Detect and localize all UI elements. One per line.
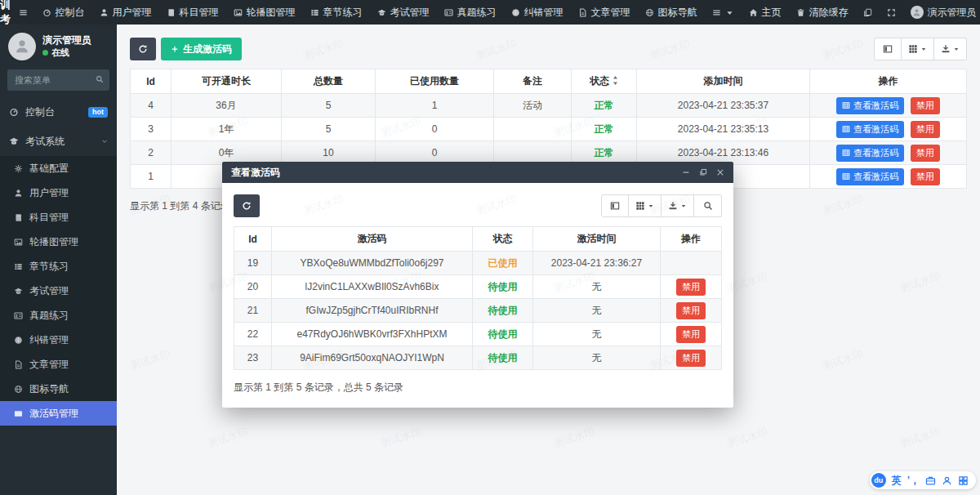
columns-button[interactable] [902, 38, 934, 60]
modal-header[interactable]: 查看激活码 [222, 162, 733, 183]
topnav-item-subjects[interactable]: 科目管理 [159, 0, 226, 25]
view-codes-button[interactable]: 查看激活码 [836, 97, 904, 114]
user-icon [100, 8, 109, 17]
modal-toggle-view-button[interactable] [601, 194, 629, 217]
modal-title: 查看激活码 [231, 166, 280, 180]
topnav-clear-cache[interactable]: 清除缓存 [789, 0, 856, 25]
col-header-total[interactable]: 总数量 [282, 69, 376, 94]
topnav-label: 纠错管理 [524, 6, 564, 20]
trash-icon [796, 8, 805, 17]
disable-button[interactable]: 禁用 [911, 168, 940, 185]
ime-punctuation-toggle[interactable]: ’， [907, 474, 920, 488]
disable-button[interactable]: 禁用 [911, 97, 940, 114]
ime-language-toggle[interactable]: 英 [892, 474, 902, 488]
activation-code: e47RdyOJ6hWBK0vrf3FXhHPtXM [272, 323, 473, 346]
topnav-item-users[interactable]: 用户管理 [92, 0, 159, 25]
ime-account-icon[interactable] [942, 475, 952, 486]
topnav-menu-dropdown[interactable] [705, 0, 742, 25]
col-header-status[interactable]: 状态 [572, 69, 637, 94]
topnav-item-icon-nav[interactable]: 图标导航 [638, 0, 705, 25]
disable-button[interactable]: 禁用 [911, 121, 940, 138]
close-icon[interactable] [716, 168, 724, 176]
col-header-id[interactable]: Id [131, 69, 172, 94]
sort-icon[interactable] [612, 76, 618, 85]
modal-columns-button[interactable] [629, 194, 662, 217]
hot-badge: hot [88, 107, 108, 118]
ime-toolbox-icon[interactable] [925, 475, 936, 486]
topnav-label: 用户管理 [113, 6, 152, 20]
col-header-id[interactable]: Id [234, 227, 272, 252]
topnav-user-menu[interactable]: 演示管理员 [903, 0, 980, 25]
topnav-fullscreen[interactable] [880, 0, 903, 25]
status-badge: 已使用 [488, 257, 518, 269]
modal-export-button[interactable] [662, 194, 694, 217]
topnav-refresh-tab[interactable] [856, 0, 880, 25]
topnav-item-corrections[interactable]: 纠错管理 [504, 0, 571, 25]
disable-button[interactable]: 禁用 [911, 145, 940, 162]
table-row: 21 fGIwJZp5gjhCrTf40uIRIbRNHf 待使用 无 禁用 [234, 299, 722, 323]
ime-menu-grid-icon[interactable] [958, 475, 969, 486]
maximize-icon[interactable] [699, 168, 707, 176]
sidebar-toggle-button[interactable] [11, 0, 35, 25]
refresh-button[interactable] [130, 38, 156, 60]
sidebar-item-exams[interactable]: 考试管理 [0, 279, 117, 303]
minimize-icon[interactable] [682, 168, 690, 176]
refresh-icon [242, 201, 252, 211]
topnav-label: 科目管理 [180, 6, 219, 20]
col-header-duration[interactable]: 可开通时长 [172, 69, 282, 94]
topnav-item-real-questions[interactable]: 真题练习 [437, 0, 504, 25]
sidebar-item-subjects[interactable]: 科目管理 [0, 205, 117, 230]
disable-button[interactable]: 禁用 [676, 326, 706, 343]
view-codes-button[interactable]: 查看激活码 [836, 168, 904, 185]
topnav-item-exams[interactable]: 考试管理 [370, 0, 437, 25]
generate-code-button[interactable]: 生成激活码 [161, 38, 242, 60]
caret-down-icon [648, 203, 654, 209]
export-icon [668, 201, 678, 211]
col-header-code[interactable]: 激活码 [272, 227, 473, 252]
topnav-home[interactable]: 主页 [742, 0, 789, 25]
sidebar-item-articles[interactable]: 文章管理 [0, 352, 117, 377]
caret-down-icon [680, 203, 687, 209]
sidebar-item-corrections[interactable]: 纠错管理 [0, 328, 117, 352]
sidebar-item-users[interactable]: 用户管理 [0, 181, 117, 205]
avatar [8, 33, 36, 60]
sidebar-item-dashboard[interactable]: 控制台 hot [0, 97, 117, 127]
sidebar-item-carousel[interactable]: 轮播图管理 [0, 230, 117, 254]
topnav-item-articles[interactable]: 文章管理 [571, 0, 638, 25]
search-icon [96, 75, 104, 83]
modal-search-button[interactable] [694, 194, 722, 217]
info-circle-icon [511, 8, 520, 17]
topnav-label: 考试管理 [390, 6, 430, 20]
disable-button[interactable]: 禁用 [676, 350, 706, 367]
col-header-time[interactable]: 添加时间 [637, 69, 810, 94]
sidebar-item-basic-config[interactable]: 基础配置 [0, 156, 117, 181]
app-logo[interactable]: 企业培训考试系统 [0, 0, 11, 25]
image-icon [14, 238, 23, 247]
search-menu-input[interactable] [7, 69, 109, 91]
col-header-status[interactable]: 状态 [473, 227, 533, 252]
user-icon [14, 189, 23, 198]
disable-button[interactable]: 禁用 [676, 302, 706, 319]
sidebar-item-activation-codes[interactable]: 激活码管理 [0, 401, 117, 426]
col-header-activated-time[interactable]: 激活时间 [533, 227, 661, 252]
sidebar-item-exam-system[interactable]: 考试系统 [0, 127, 117, 156]
view-codes-button[interactable]: 查看激活码 [836, 145, 904, 162]
view-codes-button[interactable]: 查看激活码 [836, 121, 904, 138]
col-header-remark[interactable]: 备注 [494, 69, 572, 94]
username-label: 演示管理员 [928, 6, 977, 20]
topnav-item-dashboard[interactable]: 控制台 [35, 0, 92, 25]
modal-refresh-button[interactable] [234, 194, 260, 217]
topnav-item-chapter-practice[interactable]: 章节练习 [303, 0, 370, 25]
disable-button[interactable]: 禁用 [676, 279, 706, 296]
online-status-label: 在线 [51, 47, 69, 59]
export-button[interactable] [934, 38, 967, 60]
sidebar-item-real-questions[interactable]: 真题练习 [0, 303, 117, 328]
sidebar-item-chapter-practice[interactable]: 章节练习 [0, 254, 117, 279]
topnav-item-carousel[interactable]: 轮播图管理 [226, 0, 303, 25]
ime-logo[interactable]: du [871, 473, 886, 488]
sidebar-item-icon-nav[interactable]: 图标导航 [0, 377, 117, 401]
col-header-used[interactable]: 已使用数量 [376, 69, 494, 94]
toggle-view-button[interactable] [874, 38, 902, 60]
ime-statusbar[interactable]: du 英 ’， [870, 471, 976, 489]
table-row: 22 e47RdyOJ6hWBK0vrf3FXhHPtXM 待使用 无 禁用 [234, 323, 722, 346]
